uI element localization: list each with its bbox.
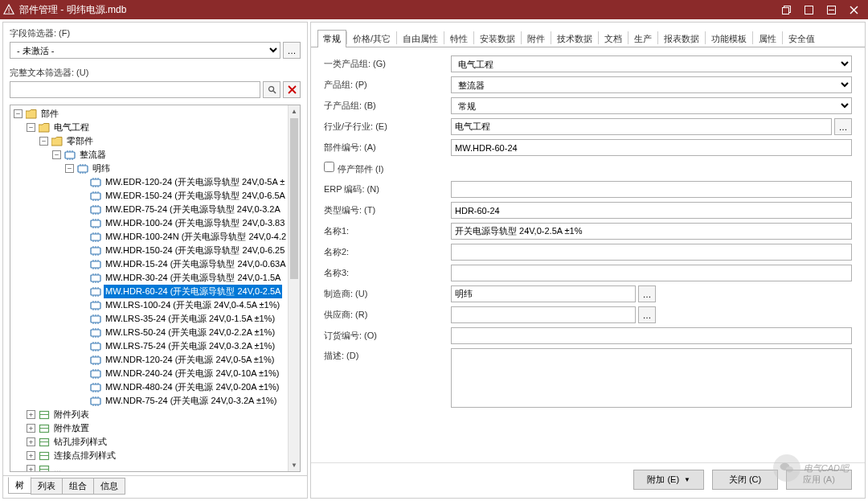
expand-toggle-icon[interactable]: + <box>27 451 35 460</box>
left-tab-combo[interactable]: 组合 <box>62 478 94 495</box>
maximize-icon[interactable] <box>797 1 820 18</box>
tree-node[interactable]: −整流器 <box>10 148 300 162</box>
tree-node[interactable]: MW.NDR-480-24 (开关电源 24V,0-20A ±1%) <box>10 380 300 394</box>
detail-tab[interactable]: 功能模板 <box>706 30 752 47</box>
name1-input[interactable] <box>451 223 852 240</box>
tree-node[interactable]: MW.EDR-75-24 (开关电源导轨型 24V,0-3.2A <box>10 203 300 216</box>
tree-node[interactable]: MW.NDR-75-24 (开关电源 24V,0-3.2A ±1%) <box>10 394 300 408</box>
part-tree[interactable]: −部件−电气工程−零部件−整流器−明纬MW.EDR-120-24 (开关电源导轨… <box>10 105 301 472</box>
full-text-filter-label: 完整文本筛选器: (U) <box>10 67 301 79</box>
left-tab-list[interactable]: 列表 <box>31 478 63 495</box>
expand-toggle-icon[interactable]: − <box>39 137 48 146</box>
tree-node[interactable]: MW.EDR-120-24 (开关电源导轨型 24V,0-5A ± <box>10 175 300 189</box>
expand-toggle-icon[interactable]: + <box>27 465 35 472</box>
name2-input[interactable] <box>451 244 852 261</box>
search-icon[interactable] <box>263 81 280 98</box>
tree-node[interactable]: MW.HDR-100-24N (开关电源导轨型 24V,0-4.2 <box>10 230 300 244</box>
add-button[interactable]: 附加 (E)▼ <box>633 470 704 490</box>
erp-input[interactable] <box>451 181 852 198</box>
sub-group-select[interactable]: 常规 <box>451 97 852 114</box>
expand-toggle-icon[interactable]: + <box>27 410 35 419</box>
tree-node[interactable]: MW.HDR-100-24 (开关电源导轨型 24V,0-3.83 <box>10 216 300 230</box>
tree-node[interactable]: MW.HDR-150-24 (开关电源导轨型 24V,0-6.25 <box>10 244 300 257</box>
restore-down-icon[interactable] <box>775 1 797 18</box>
expand-toggle-icon[interactable]: + <box>27 437 35 446</box>
group-select[interactable]: 电气工程 <box>451 55 852 72</box>
manufacturer-label: 制造商: (U) <box>324 288 451 300</box>
tree-node[interactable]: MW.NDR-120-24 (开关电源 24V,0-5A ±1%) <box>10 353 300 367</box>
tree-node-label: MW.NDR-240-24 (开关电源 24V,0-10A ±1%) <box>104 367 281 380</box>
expand-toggle-icon[interactable]: + <box>27 424 35 433</box>
device-icon <box>89 204 101 216</box>
tree-node[interactable]: MW.EDR-150-24 (开关电源导轨型 24V,0-6.5A <box>10 189 300 203</box>
tree-node[interactable]: +钻孔排列样式 <box>10 435 300 449</box>
erp-label: ERP 编码: (N) <box>324 183 451 195</box>
tree-node[interactable]: MW.NDR-240-24 (开关电源 24V,0-10A ±1%) <box>10 367 300 380</box>
obsolete-label: 停产部件 (I) <box>338 164 383 174</box>
detail-tab[interactable]: 常规 <box>317 30 346 47</box>
close-button[interactable]: 关闭 (C) <box>712 470 778 490</box>
expand-toggle-icon[interactable]: − <box>14 109 23 118</box>
tree-node[interactable]: +连接点排列样式 <box>10 449 300 462</box>
partno-label: 部件编号: (A) <box>324 142 451 154</box>
detail-tab[interactable]: 技术数据 <box>551 30 598 47</box>
tree-node[interactable]: MW.HDR-30-24 (开关电源导轨型 24V,0-1.5A <box>10 271 300 285</box>
tree-node[interactable]: MW.HDR-15-24 (开关电源导轨型 24V,0-0.63A <box>10 257 300 271</box>
description-textarea[interactable] <box>451 348 852 408</box>
industry-input[interactable] <box>451 118 832 135</box>
detail-tab[interactable]: 文档 <box>599 30 628 47</box>
device-icon <box>63 150 76 161</box>
detail-tab[interactable]: 自由属性 <box>397 30 444 47</box>
device-icon <box>89 259 101 270</box>
tree-node[interactable]: −零部件 <box>10 134 300 148</box>
field-filter-select[interactable]: - 未激活 - <box>10 42 280 59</box>
typeno-input[interactable] <box>451 202 852 219</box>
expand-toggle-icon[interactable]: − <box>65 164 74 173</box>
supplier-input[interactable] <box>451 306 636 323</box>
tree-node[interactable]: MW.LRS-35-24 (开关电源 24V,0-1.5A ±1%) <box>10 312 300 326</box>
detail-tab[interactable]: 安全值 <box>783 30 821 47</box>
detail-tab[interactable]: 生产 <box>628 30 657 47</box>
industry-more-button[interactable]: … <box>834 118 852 135</box>
detail-tab[interactable]: 安装数据 <box>474 30 521 47</box>
tree-node-label: 明纬 <box>91 162 112 175</box>
detail-tab[interactable]: 报表数据 <box>658 30 705 47</box>
tree-node[interactable]: −明纬 <box>10 162 300 175</box>
svg-rect-111 <box>91 343 100 350</box>
expand-toggle-icon[interactable]: − <box>52 150 61 159</box>
device-icon <box>76 163 88 175</box>
name3-input[interactable] <box>451 265 852 281</box>
tree-scrollbar[interactable]: ▲ ▼ <box>288 105 300 471</box>
expand-toggle-icon[interactable]: − <box>27 123 35 132</box>
minimize-icon[interactable] <box>820 1 842 18</box>
detail-tab[interactable]: 属性 <box>753 30 782 47</box>
obsolete-checkbox[interactable] <box>324 162 334 172</box>
supplier-more-button[interactable]: … <box>638 306 656 323</box>
tree-node[interactable]: MW.LRS-100-24 (开关电源 24V,0-4.5A ±1%) <box>10 298 300 312</box>
tree-node-label: 附件列表 <box>52 408 91 421</box>
tree-node[interactable]: −部件 <box>10 107 300 121</box>
tree-node[interactable]: −电气工程 <box>10 121 300 134</box>
product-group-select[interactable]: 整流器 <box>451 76 852 93</box>
detail-tab[interactable]: 价格/其它 <box>347 30 396 47</box>
detail-tab[interactable]: 特性 <box>444 30 473 47</box>
tree-node[interactable]: MW.LRS-50-24 (开关电源 24V,0-2.2A ±1%) <box>10 326 300 339</box>
apply-button[interactable]: 应用 (A) <box>786 470 852 490</box>
tree-node-label: MW.NDR-480-24 (开关电源 24V,0-20A ±1%) <box>104 380 281 394</box>
field-filter-more-button[interactable]: … <box>283 42 301 59</box>
left-tab-tree[interactable]: 树 <box>8 477 31 494</box>
left-tab-info[interactable]: 信息 <box>93 478 125 495</box>
tree-node[interactable]: +附件列表 <box>10 408 300 421</box>
detail-tab[interactable]: 附件 <box>522 30 551 47</box>
svg-rect-41 <box>91 207 100 213</box>
clear-filter-icon[interactable] <box>283 81 301 98</box>
tree-node[interactable]: +附件放置 <box>10 421 300 435</box>
close-icon[interactable] <box>842 1 865 18</box>
manufacturer-more-button[interactable]: … <box>638 285 656 302</box>
tree-node[interactable]: MW.HDR-60-24 (开关电源导轨型 24V,0-2.5A <box>10 285 300 298</box>
manufacturer-input[interactable] <box>451 285 636 302</box>
partno-input[interactable] <box>451 139 852 156</box>
full-text-filter-input[interactable] <box>10 81 260 98</box>
tree-node[interactable]: MW.LRS-75-24 (开关电源 24V,0-3.2A ±1%) <box>10 339 300 353</box>
orderno-input[interactable] <box>451 327 852 344</box>
